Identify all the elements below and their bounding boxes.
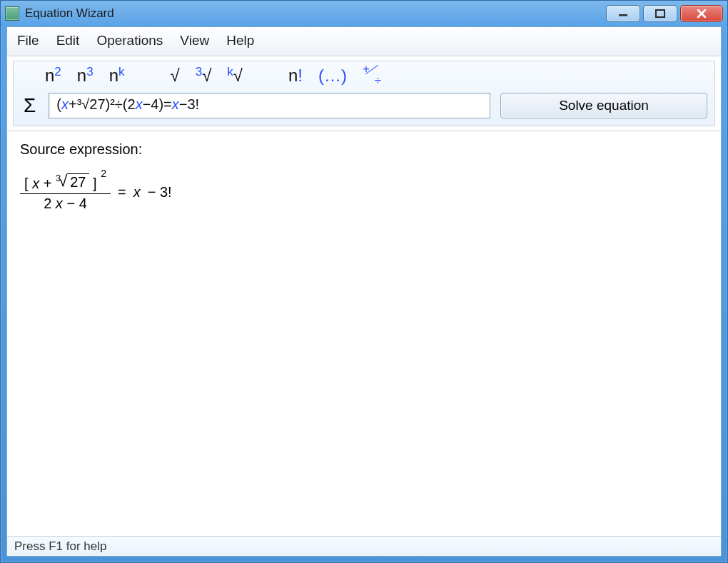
tool-cube-root[interactable]: 3√ [196, 66, 212, 86]
toolbar-buttons-row: n2 n3 nk √ 3√ k√ n! [14, 61, 714, 88]
window-title: Equation Wizard [25, 6, 114, 21]
cube-root: 3 √ 27 [56, 172, 89, 191]
menu-help[interactable]: Help [226, 33, 254, 49]
expression-input[interactable]: (x+³√27)²÷(2x−4)=x−3! [49, 93, 490, 118]
tool-square[interactable]: n2 [45, 66, 61, 86]
app-icon [5, 6, 19, 21]
app-window: Equation Wizard File Edit Operations Vie… [0, 0, 728, 563]
close-button[interactable] [680, 5, 723, 22]
menubar: File Edit Operations View Help [7, 27, 721, 56]
solve-button[interactable]: Solve equation [500, 93, 707, 118]
tool-power-k[interactable]: nk [109, 66, 125, 86]
titlebar: Equation Wizard [1, 1, 727, 26]
svg-rect-0 [619, 14, 627, 16]
toolbar: n2 n3 nk √ 3√ k√ n! [13, 61, 715, 126]
result-area: Source expression: [ x + 3 √ 27 ] 2 [7, 131, 721, 536]
sigma-icon: Σ [21, 94, 39, 117]
svg-rect-1 [656, 10, 664, 17]
menu-file[interactable]: File [17, 33, 39, 49]
window-controls [606, 5, 723, 22]
menu-view[interactable]: View [180, 33, 209, 49]
maximize-icon [654, 9, 666, 19]
statusbar: Press F1 for help [7, 536, 721, 556]
minimize-icon [617, 10, 629, 17]
client-area: File Edit Operations View Help n2 n3 nk … [6, 26, 722, 557]
tool-sqrt[interactable]: √ [171, 66, 180, 86]
input-row: Σ (x+³√27)²÷(2x−4)=x−3! Solve equation [14, 88, 714, 126]
tool-cube[interactable]: n3 [77, 66, 93, 86]
maximize-button[interactable] [643, 5, 677, 22]
tool-k-root[interactable]: k√ [227, 66, 243, 86]
menu-operations[interactable]: Operations [96, 33, 163, 49]
minimize-button[interactable] [606, 5, 640, 22]
tool-parentheses[interactable]: (…) [318, 66, 347, 86]
tool-factorial[interactable]: n! [288, 66, 303, 86]
source-expression-label: Source expression: [20, 141, 708, 158]
rendered-equation: [ x + 3 √ 27 ] 2 2 x − 4 [20, 171, 708, 213]
status-help-text: Press F1 for help [14, 539, 106, 554]
fraction: [ x + 3 √ 27 ] 2 2 x − 4 [20, 171, 111, 213]
close-icon [696, 9, 707, 19]
tool-operators[interactable]: + ÷ [363, 66, 380, 85]
menu-edit[interactable]: Edit [56, 33, 80, 49]
